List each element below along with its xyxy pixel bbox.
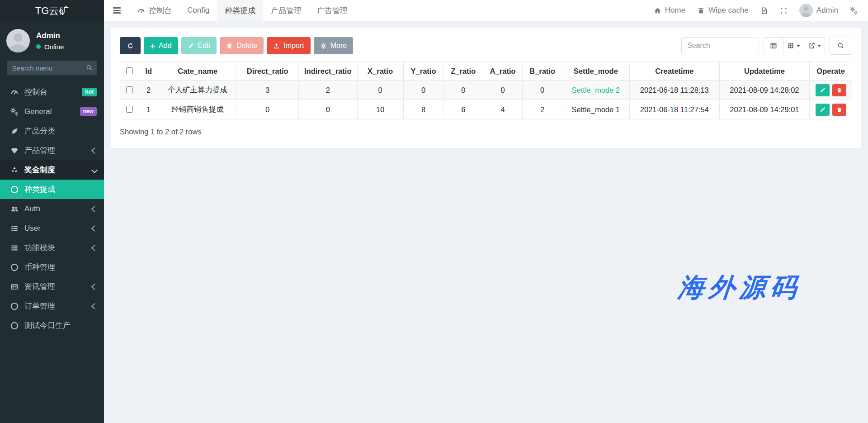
column-header-x-ratio: X_ratio bbox=[357, 62, 403, 81]
tab-dashboard[interactable]: 控制台 bbox=[130, 0, 179, 21]
column-header-createtime: Createtime bbox=[629, 62, 719, 81]
row-delete-button[interactable] bbox=[832, 84, 846, 96]
plus-icon: + bbox=[150, 42, 155, 50]
gear-icon bbox=[850, 7, 858, 14]
user-menu[interactable]: Admin bbox=[793, 0, 844, 21]
app-window: TG云矿 Admin Online 控制台 hot G bbox=[0, 0, 868, 423]
trash-icon bbox=[836, 87, 842, 93]
row-delete-button[interactable] bbox=[832, 104, 846, 116]
sidebar-search-input[interactable] bbox=[7, 61, 97, 75]
sidebar-item-coin-manage[interactable]: 币种管理 bbox=[0, 257, 104, 277]
sidebar-item-news-manage[interactable]: 资讯管理 bbox=[0, 277, 104, 296]
column-header-direct-ratio: Direct_ratio bbox=[236, 62, 299, 81]
home-button[interactable]: Home bbox=[648, 0, 691, 21]
column-header-b-ratio: B_ratio bbox=[523, 62, 562, 81]
recycle-icon bbox=[10, 166, 19, 175]
fullscreen-button[interactable] bbox=[774, 0, 793, 21]
row-edit-button[interactable] bbox=[816, 104, 830, 116]
hot-badge: hot bbox=[82, 88, 97, 96]
trash-icon bbox=[226, 43, 233, 49]
list-icon bbox=[10, 224, 19, 233]
language-button[interactable] bbox=[755, 0, 774, 21]
chevron-left-icon bbox=[91, 205, 98, 212]
table-icon bbox=[770, 42, 777, 49]
sidebar-item-category-commission[interactable]: 种类提成 bbox=[0, 180, 104, 199]
column-header-operate: Operate bbox=[810, 62, 852, 81]
settle-mode-link[interactable]: Settle_mode 2 bbox=[562, 81, 629, 100]
chevron-left-icon bbox=[91, 303, 98, 309]
tab-config[interactable]: Config bbox=[179, 0, 217, 21]
sidebar-item-order-manage[interactable]: 订单管理 bbox=[0, 296, 104, 316]
tab-ad-manage[interactable]: 广告管理 bbox=[309, 0, 355, 21]
column-header-a-ratio: A_ratio bbox=[483, 62, 522, 81]
sidebar: TG云矿 Admin Online 控制台 hot G bbox=[0, 0, 104, 423]
upload-icon bbox=[273, 43, 280, 49]
operate-cell bbox=[810, 81, 852, 100]
edit-button[interactable]: Edit bbox=[181, 37, 217, 54]
grid-icon bbox=[787, 42, 794, 49]
search-icon bbox=[86, 64, 93, 71]
hamburger-icon[interactable] bbox=[104, 7, 130, 14]
add-button[interactable]: + Add bbox=[144, 37, 178, 54]
pagination-summary: Showing 1 to 2 of 2 rows bbox=[120, 128, 852, 136]
pencil-icon bbox=[820, 87, 826, 93]
data-table: Id Cate_name Direct_ratio Indirect_ratio… bbox=[120, 62, 852, 119]
sidebar-item-test-today-production[interactable]: 测试今日生产 bbox=[0, 316, 104, 335]
sidebar-item-function-module[interactable]: 功能模块 bbox=[0, 238, 104, 257]
tab-category-commission[interactable]: 种类提成 bbox=[217, 0, 263, 21]
gear-icon bbox=[320, 43, 327, 49]
tab-bar: 控制台 Config 种类提成 产品管理 广告管理 bbox=[130, 0, 355, 21]
columns-button[interactable] bbox=[783, 37, 804, 54]
column-header-cate-name: Cate_name bbox=[159, 62, 236, 81]
sidebar-item-bonus-system[interactable]: 奖金制度 bbox=[0, 160, 104, 180]
sidebar-item-product-manage[interactable]: 产品管理 bbox=[0, 141, 104, 160]
chevron-down-icon bbox=[91, 166, 98, 173]
settings-button[interactable] bbox=[844, 0, 863, 21]
list-icon bbox=[10, 243, 19, 252]
caret-icon bbox=[817, 45, 821, 47]
pencil-icon bbox=[820, 107, 826, 113]
sidebar-item-general[interactable]: General new bbox=[0, 102, 104, 121]
table-header-row: Id Cate_name Direct_ratio Indirect_ratio… bbox=[120, 62, 852, 81]
refresh-icon bbox=[127, 43, 134, 49]
data-panel: + Add Edit Delete Import bbox=[111, 28, 861, 148]
view-button-group bbox=[764, 37, 825, 54]
refresh-button[interactable] bbox=[120, 37, 141, 54]
search-toggle-button[interactable] bbox=[830, 37, 852, 55]
user-panel: Admin Online bbox=[0, 22, 104, 59]
column-header-settle-mode: Settle_mode bbox=[562, 62, 629, 81]
column-header-updatetime: Updatetime bbox=[719, 62, 809, 81]
sidebar-item-product-category[interactable]: 产品分类 bbox=[0, 121, 104, 141]
detail-view-button[interactable] bbox=[764, 37, 783, 54]
table-search-input[interactable] bbox=[681, 37, 759, 54]
topbar-right: Home Wipe cache Admin bbox=[648, 0, 868, 21]
export-button[interactable] bbox=[804, 37, 825, 54]
content-area: + Add Edit Delete Import bbox=[104, 21, 868, 423]
sidebar-item-auth[interactable]: Auth bbox=[0, 199, 104, 219]
delete-button[interactable]: Delete bbox=[220, 37, 264, 54]
expand-icon bbox=[780, 7, 788, 14]
avatar bbox=[6, 29, 30, 52]
tachometer-icon bbox=[10, 88, 19, 97]
row-edit-button[interactable] bbox=[816, 84, 830, 96]
more-button[interactable]: More bbox=[314, 37, 353, 54]
table-row: 2 个人矿主算力提成 3 2 0 0 0 0 0 Settle_mode 2 2… bbox=[120, 81, 852, 100]
sidebar-item-user[interactable]: User bbox=[0, 219, 104, 238]
tab-product-manage[interactable]: 产品管理 bbox=[263, 0, 309, 21]
column-header-z-ratio: Z_ratio bbox=[443, 62, 483, 81]
row-checkbox[interactable] bbox=[126, 106, 133, 113]
chevron-left-icon bbox=[91, 244, 98, 251]
main-area: 控制台 Config 种类提成 产品管理 广告管理 Home bbox=[104, 0, 868, 423]
row-checkbox[interactable] bbox=[126, 86, 133, 93]
cogs-icon bbox=[10, 107, 19, 116]
circle-icon bbox=[10, 321, 19, 330]
sidebar-item-dashboard[interactable]: 控制台 hot bbox=[0, 82, 104, 102]
watermark: 海外源码 bbox=[677, 270, 803, 305]
wipe-cache-button[interactable]: Wipe cache bbox=[691, 0, 755, 21]
table-row: 1 经销商销售提成 0 0 10 8 6 4 2 Settle_mode 1 2… bbox=[120, 100, 852, 119]
import-button[interactable]: Import bbox=[267, 37, 310, 54]
new-badge: new bbox=[80, 107, 97, 115]
select-all-checkbox[interactable] bbox=[126, 67, 133, 74]
column-header-id: Id bbox=[138, 62, 159, 81]
home-icon bbox=[654, 7, 661, 14]
